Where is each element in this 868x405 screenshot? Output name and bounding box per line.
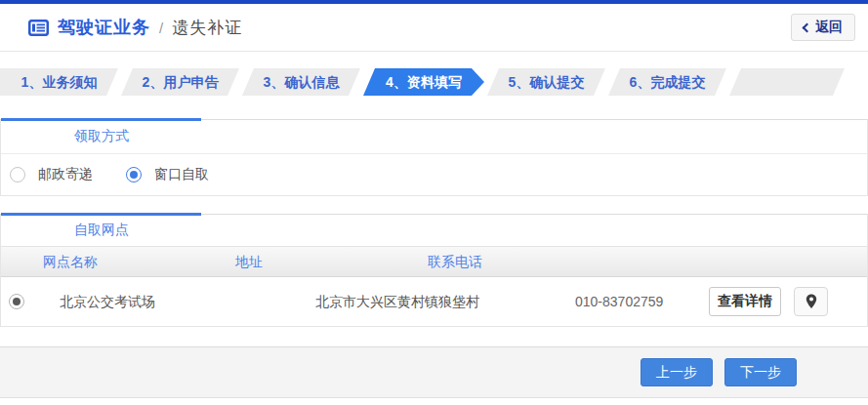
location-pin-icon (806, 294, 817, 309)
outlets-section-title: 自取网点 (74, 222, 129, 239)
radio-window-pickup[interactable]: 窗口自取 (126, 166, 209, 183)
card-list-icon (28, 20, 49, 36)
section-accent-bar (1, 213, 201, 216)
radio-window-pickup-label: 窗口自取 (154, 166, 209, 183)
outlet-row-radio-selected[interactable] (9, 294, 24, 309)
wizard-footer: 上一步 下一步 (0, 346, 868, 398)
pickup-options: 邮政寄递 窗口自取 (1, 153, 867, 195)
step-5-confirm-submit[interactable]: 5、确认提交 (487, 68, 605, 96)
step-4-fill-data[interactable]: 4、资料填写 (363, 68, 484, 96)
breadcrumb-current: 遗失补证 (172, 17, 242, 39)
back-button-label: 返回 (815, 19, 843, 36)
outlets-table-header: 网点名称 地址 联系电话 (1, 246, 867, 277)
pickup-section-title: 领取方式 (74, 128, 129, 145)
radio-selected-icon[interactable] (126, 167, 142, 182)
show-on-map-button[interactable] (794, 287, 828, 316)
outlet-phone: 010-83702759 (575, 277, 663, 326)
view-details-button[interactable]: 查看详情 (709, 287, 781, 316)
outlet-row[interactable]: 北京公交考试场 北京市大兴区黄村镇狼垡村 010-83702759 查看详情 (1, 277, 867, 326)
radio-postal-delivery-label: 邮政寄递 (38, 166, 93, 183)
step-6-complete-submit[interactable]: 6、完成提交 (608, 68, 726, 96)
step-2-user-declaration[interactable]: 2、用户申告 (121, 68, 239, 96)
page-title: 驾驶证业务 (58, 16, 150, 39)
pickup-outlets-section: 自取网点 网点名称 地址 联系电话 北京公交考试场 北京市大兴区黄村镇狼垡村 0… (0, 214, 868, 327)
section-accent-bar (1, 118, 201, 121)
pickup-method-section: 领取方式 邮政寄递 窗口自取 (0, 119, 868, 196)
chevron-left-icon (803, 22, 812, 32)
column-header-phone: 联系电话 (428, 247, 482, 277)
step-wizard: 1、业务须知 2、用户申告 3、确认信息 4、资料填写 5、确认提交 6、完成提… (0, 68, 868, 96)
step-filler (729, 68, 868, 96)
step-3-confirm-info[interactable]: 3、确认信息 (242, 68, 360, 96)
back-button[interactable]: 返回 (791, 14, 855, 41)
outlet-address: 北京市大兴区黄村镇狼垡村 (315, 277, 479, 326)
page-header: 驾驶证业务 / 遗失补证 返回 (0, 4, 868, 52)
breadcrumb-separator: / (159, 20, 163, 36)
step-1-business-notice[interactable]: 1、业务须知 (0, 68, 118, 96)
radio-postal-delivery[interactable]: 邮政寄递 (10, 166, 93, 183)
radio-unselected-icon[interactable] (10, 167, 25, 182)
column-header-name: 网点名称 (43, 247, 98, 277)
previous-step-button[interactable]: 上一步 (641, 358, 713, 386)
column-header-address: 地址 (235, 247, 263, 277)
next-step-button[interactable]: 下一步 (724, 358, 797, 386)
outlet-name: 北京公交考试场 (60, 277, 155, 326)
